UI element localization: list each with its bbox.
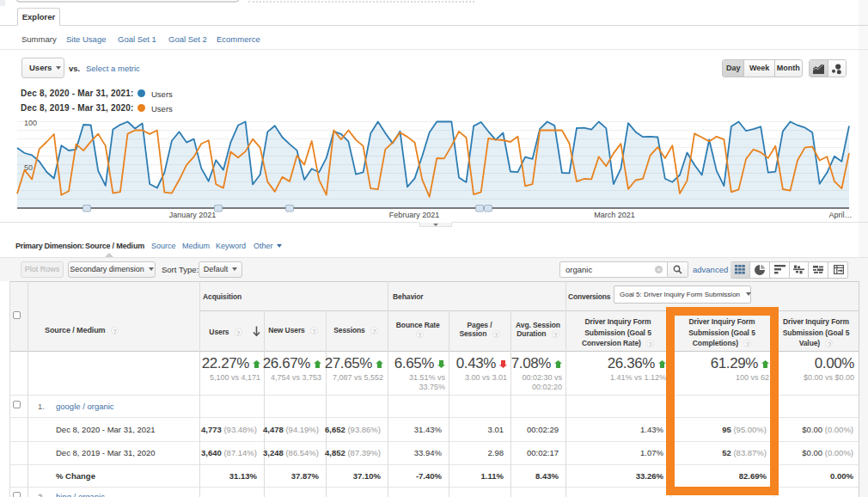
svg-text:March 2021: March 2021 xyxy=(594,211,635,219)
svg-text:January 2021: January 2021 xyxy=(169,211,217,219)
svg-text:April…: April… xyxy=(828,211,852,219)
svg-text:February 2021: February 2021 xyxy=(389,211,440,219)
svg-text:100: 100 xyxy=(24,119,37,127)
